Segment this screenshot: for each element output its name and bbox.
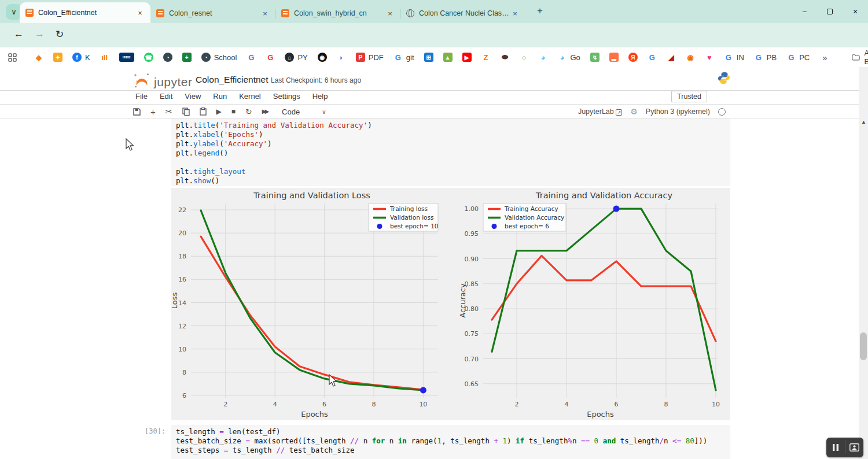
google-git-bookmark[interactable]: Ggit — [393, 53, 414, 62]
menu-edit[interactable]: Edit — [160, 92, 172, 101]
x-tick-label: 6 — [322, 401, 326, 408]
z-bookmark[interactable]: Z — [481, 53, 491, 62]
globe-bookmark[interactable]: ◔ — [163, 53, 172, 62]
cloud-bookmark[interactable]: ▂ — [609, 53, 619, 62]
matlab-bookmark[interactable]: ◢ — [667, 53, 676, 62]
kite-bookmark[interactable]: ◆ — [34, 53, 43, 62]
minimize-button[interactable]: − — [792, 7, 817, 16]
github-bookmark[interactable]: ⌂PY — [285, 53, 307, 62]
chart-title: Training and Validation Accuracy — [535, 191, 673, 200]
eye-bookmark-icon: ◉ — [686, 53, 695, 62]
google-pc-bookmark-icon: G — [786, 53, 796, 62]
menu-settings[interactable]: Settings — [273, 92, 300, 101]
cell-type-dropdown[interactable]: Code ∨ — [282, 108, 326, 116]
cut-cell-icon[interactable]: ✂ — [165, 108, 172, 116]
y-axis-label: Loss — [171, 293, 179, 309]
orange-app-bookmark[interactable]: ✦ — [53, 53, 62, 62]
yandex-bookmark[interactable]: Я — [628, 53, 638, 62]
google-bookmark-3[interactable]: G — [648, 53, 657, 62]
google-bookmark-2[interactable]: G — [266, 53, 275, 62]
kernel-name[interactable]: Python 3 (ipykernel) — [646, 108, 710, 116]
y-tick-label: 10 — [178, 346, 186, 353]
heart-bookmark[interactable]: ♥ — [705, 53, 714, 62]
webcam-toggle-button[interactable] — [845, 438, 864, 457]
pdf-bookmark[interactable]: PPDF — [356, 53, 384, 62]
matlab-bookmark-icon: ◢ — [667, 53, 676, 62]
tab-close-icon[interactable]: × — [135, 8, 145, 17]
google-bookmark-1[interactable]: G — [247, 53, 256, 62]
menu-run[interactable]: Run — [213, 92, 227, 101]
school-bookmark[interactable]: ◔School — [201, 53, 237, 62]
android-bookmark[interactable]: ▲ — [443, 53, 453, 62]
tab-close-icon[interactable]: × — [260, 9, 270, 18]
scroll-up-arrow[interactable]: ▲ — [861, 119, 866, 125]
close-window-button[interactable]: × — [843, 7, 868, 16]
tab-close-icon[interactable]: × — [385, 9, 395, 18]
forward-button[interactable]: → — [35, 28, 45, 40]
maximize-button[interactable] — [817, 7, 843, 16]
google-pc-bookmark[interactable]: GPC — [786, 53, 810, 62]
bookmarks-overflow-icon[interactable]: » — [822, 53, 827, 62]
chevron-down-icon: ∨ — [11, 8, 17, 16]
menu-help[interactable]: Help — [312, 92, 328, 101]
oval-bookmark[interactable]: ⬬ — [501, 53, 510, 62]
swirl-bookmark-1[interactable]: ◕ — [539, 53, 548, 62]
eye-bookmark[interactable]: ◉ — [686, 53, 695, 62]
interrupt-kernel-icon[interactable]: ■ — [231, 108, 236, 115]
trusted-badge[interactable]: Trusted — [671, 91, 707, 102]
menu-kernel[interactable]: Kernel — [239, 92, 261, 101]
google-in-bookmark[interactable]: GIN — [724, 53, 744, 62]
add-cell-icon[interactable]: + — [150, 108, 156, 116]
youtube-bookmark[interactable]: ▶ — [462, 53, 472, 62]
menu-file[interactable]: File — [135, 92, 148, 101]
series-line — [201, 210, 423, 390]
google-git-bookmark-icon: G — [393, 53, 403, 62]
y-tick-label: 20 — [178, 230, 186, 237]
back-button[interactable]: ← — [14, 28, 24, 40]
scrollbar-thumb[interactable] — [860, 332, 867, 360]
browser-tab-colon-efficientnet[interactable]: Colon_Efficientnet× — [20, 2, 150, 23]
docker-bookmark[interactable]: ⊞ — [424, 53, 433, 62]
gear-icon[interactable]: ⚙ — [630, 107, 638, 116]
run-cell-icon[interactable]: ▶ — [216, 108, 222, 115]
page-scrollbar[interactable]: ▲ — [859, 67, 868, 459]
whatsapp-bookmark[interactable]: ☎ — [144, 53, 153, 62]
whale-bookmark[interactable]: ◗ — [337, 53, 346, 62]
restart-run-all-icon[interactable]: ▶▶ — [262, 109, 267, 114]
sheets-bookmark[interactable]: + — [182, 53, 192, 62]
series-line — [492, 256, 716, 341]
jupyter-logo[interactable]: jupyter — [132, 72, 193, 89]
wheel-bookmark[interactable]: ◉ — [318, 53, 327, 62]
save-icon[interactable] — [133, 108, 141, 116]
analytics-bookmark[interactable]: ıll — [100, 53, 109, 62]
leaf-bookmark[interactable]: ↯ — [590, 53, 599, 62]
pause-recording-button[interactable] — [826, 438, 845, 457]
google-bookmark-3-icon: G — [648, 53, 657, 62]
code-cell-input[interactable]: plt.title('Training and Validation Accur… — [171, 119, 730, 186]
apps-grid-icon[interactable] — [8, 53, 17, 62]
swirl-bookmark-2[interactable]: ◕Go — [558, 53, 580, 62]
ieee-bookmark[interactable]: IEEE — [119, 53, 134, 62]
reload-button[interactable]: ↻ — [56, 28, 64, 40]
new-tab-button[interactable]: + — [537, 5, 543, 17]
y-tick-label: 1.00 — [465, 205, 479, 213]
code-cell-input-2[interactable]: ts_length = len(test_df)test_batch_size … — [171, 425, 730, 459]
notebook-menu-bar: FileEditViewRunKernelSettingsHelp Truste… — [0, 91, 859, 105]
copy-cell-icon[interactable] — [182, 108, 190, 116]
legend-label: Training loss — [389, 205, 428, 212]
facebook-bookmark[interactable]: fK — [72, 53, 90, 62]
menu-view[interactable]: View — [185, 92, 201, 101]
all-bookmarks-button[interactable]: All Bookmarks — [852, 49, 868, 66]
paste-cell-icon[interactable] — [200, 108, 207, 116]
browser-tab-colon-resnet[interactable]: Colon_resnet× — [150, 3, 275, 23]
restart-kernel-icon[interactable]: ↻ — [245, 108, 252, 116]
notebook-title[interactable]: Colon_Efficientnet — [196, 75, 269, 85]
browser-nav-bar: ← → ↻ i localhost:8888/notebooks/Colon_E… — [0, 23, 868, 47]
open-jupyterlab-link[interactable]: JupyterLab ↗ — [578, 108, 622, 116]
google-pb-bookmark[interactable]: GPB — [754, 53, 777, 62]
browser-tab-colon-swin-hybrid-cn[interactable]: Colon_swin_hybrid_cn× — [275, 3, 400, 23]
ring-bookmark[interactable]: ○ — [520, 53, 529, 62]
tab-title: Colon_Efficientnet — [38, 9, 135, 17]
browser-tab-colon-cancer-nuclei-classificati[interactable]: Colon Cancer Nuclei Classificati× — [400, 3, 525, 23]
tab-close-icon[interactable]: × — [510, 9, 520, 18]
